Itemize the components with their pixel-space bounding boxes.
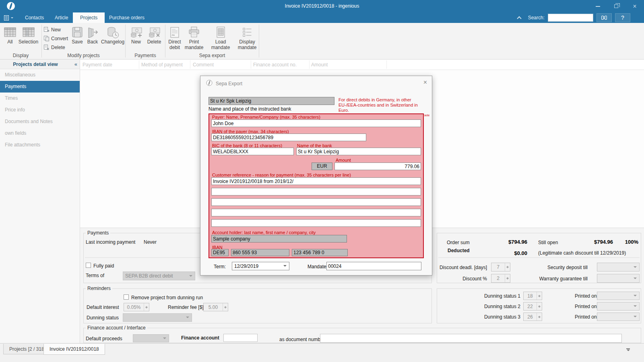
dunning-status-2-spinner[interactable]: 22 [523, 302, 542, 311]
column-header-comment[interactable]: Comment [193, 62, 214, 68]
mandate-input[interactable] [326, 262, 421, 270]
printed-on-2-dropdown[interactable] [597, 302, 640, 311]
column-separator [309, 60, 310, 69]
account-holder-input[interactable] [211, 235, 347, 243]
sidebar-item-file-attachments[interactable]: File attachments [0, 139, 80, 151]
ribbon-payment-new-button[interactable]: New [127, 25, 145, 45]
sidebar-item-documents-notes[interactable]: Documents and Notes [0, 116, 80, 128]
printed-on-1-dropdown[interactable] [597, 292, 640, 300]
list-items-icon [240, 25, 254, 39]
default-interest-spinner[interactable]: 0.05% [124, 303, 149, 311]
menu-list-icon [3, 14, 10, 21]
mandate-label: Mandate: [308, 264, 328, 269]
spinner-arrows-icon[interactable] [223, 303, 228, 311]
sidebar-collapse-icon[interactable]: « [74, 61, 77, 67]
currency-box: EUR [312, 162, 332, 170]
chevron-down-icon [186, 317, 189, 320]
reference-line-3-input[interactable] [211, 198, 421, 206]
terms-of-dropdown[interactable]: SEPA B2B direct debit [123, 272, 195, 280]
search-button[interactable] [597, 13, 612, 22]
search-area: Search: ? [518, 12, 630, 23]
iban-part-3-input[interactable] [292, 249, 348, 256]
printed-on-3-dropdown[interactable] [597, 313, 640, 321]
iban-part-2-input[interactable] [231, 249, 289, 256]
help-button[interactable]: ? [615, 13, 630, 22]
terms-of-label: Terms of [86, 273, 104, 278]
chevron-down-icon [11, 17, 13, 20]
default-proceeds-dropdown[interactable] [133, 334, 169, 342]
ribbon-direct-debit-button[interactable]: Direct debit [166, 25, 183, 51]
titlebar: Invoice IV201912/0018 - ingenious × [0, 0, 644, 12]
ribbon-selection-button[interactable]: Selection [18, 25, 39, 45]
dialog-close-icon[interactable]: × [423, 79, 427, 86]
remove-from-dunning-checkbox[interactable] [124, 294, 129, 300]
warranty-guarantee-dropdown[interactable] [597, 274, 640, 283]
statusbar-tab-invoice[interactable]: Invoice IV201912/0018 [43, 344, 105, 355]
bic-input[interactable] [211, 148, 294, 155]
collapse-ribbon-icon[interactable] [517, 16, 521, 21]
ribbon-back-button[interactable]: Back [85, 25, 100, 45]
ribbon-display-mandate-button[interactable]: Display mandate [236, 25, 258, 51]
column-header-finance-account-no[interactable]: Finance account no. [253, 62, 297, 68]
dialog-title: Sepa Export [216, 81, 242, 86]
fully-paid-checkbox[interactable] [86, 263, 91, 268]
instructed-bank-input[interactable] [208, 97, 334, 105]
tab-purchase-orders[interactable]: Purchase orders [102, 12, 152, 23]
order-sum-value: $794.96 [483, 239, 527, 245]
ribbon-payment-delete-button[interactable]: Delete [145, 25, 163, 45]
spinner-arrows-icon[interactable] [537, 302, 542, 310]
reference-line-4-input[interactable] [211, 209, 421, 216]
ribbon-load-mandate-button[interactable]: Load mandate [205, 25, 236, 51]
amount-input[interactable] [334, 162, 421, 170]
sidebar-item-payments[interactable]: Payments [0, 81, 80, 93]
ribbon-changelog-button[interactable]: Changelog [100, 25, 125, 45]
spinner-arrows-icon[interactable] [537, 292, 542, 300]
sidebar-item-price-info[interactable]: Price info [0, 104, 80, 116]
iban-part-1-input[interactable] [211, 249, 229, 256]
ribbon-print-mandate-button[interactable]: Print mandate [183, 25, 205, 51]
tab-projects[interactable]: Projects [73, 12, 105, 23]
term-dropdown[interactable]: 12/29/2019 [232, 262, 289, 270]
ribbon-new-small-button[interactable]: New [43, 27, 68, 33]
statusbar-dropdown-icon[interactable] [626, 348, 630, 353]
dunning-status-1-spinner[interactable]: 18 [523, 292, 542, 300]
ribbon-convert-button[interactable]: Convert [43, 35, 68, 41]
payer-iban-input[interactable] [211, 134, 366, 141]
sidebar-item-miscellaneous[interactable]: Miscellaneous [0, 69, 80, 81]
spinner-arrows-icon[interactable] [505, 274, 510, 282]
maximize-button[interactable] [607, 0, 625, 12]
reminder-fee-spinner[interactable]: 5.00 [203, 303, 228, 311]
deducted-label: Deducted [448, 248, 470, 253]
dunning-status-3-spinner[interactable]: 26 [523, 313, 542, 321]
sidebar-item-times[interactable]: Times [0, 93, 80, 104]
reference-line-1-input[interactable] [211, 177, 421, 185]
spinner-arrows-icon[interactable] [505, 263, 510, 271]
tab-article[interactable]: Article [47, 12, 75, 23]
dunning-status-dropdown[interactable] [123, 313, 192, 322]
column-header-payment-date[interactable]: Payment date [83, 62, 112, 68]
column-header-amount[interactable]: Amount [311, 62, 328, 68]
sidebar-item-own-fields[interactable]: own fields [0, 128, 80, 139]
reference-line-5-input[interactable] [211, 219, 421, 227]
spinner-arrows-icon[interactable] [537, 313, 542, 321]
discount-deadline-spinner[interactable]: 7 [491, 263, 510, 272]
changelog-database-icon [106, 25, 120, 39]
column-separator [251, 60, 251, 69]
security-deposit-dropdown[interactable] [597, 263, 640, 272]
spinner-arrows-icon[interactable] [144, 303, 149, 311]
column-header-method-of-payment[interactable]: Method of payment [141, 62, 183, 68]
document-number-input[interactable] [320, 334, 622, 343]
reference-line-2-input[interactable] [211, 188, 421, 195]
bank-name-input[interactable] [296, 148, 421, 155]
main-menu-button[interactable] [3, 14, 15, 22]
minimize-button[interactable] [588, 0, 607, 12]
ribbon-save-button[interactable]: Save [70, 25, 85, 45]
finance-account-input[interactable] [223, 334, 258, 342]
ribbon-delete-small-button[interactable]: Delete [43, 44, 68, 50]
tab-contacts[interactable]: Contacts [18, 12, 51, 23]
ribbon-all-button[interactable]: All [2, 25, 18, 45]
search-input[interactable] [548, 14, 593, 22]
payer-name-input[interactable] [211, 119, 421, 127]
discount-percent-spinner[interactable]: 2 [491, 274, 510, 283]
close-button[interactable]: × [625, 0, 644, 12]
